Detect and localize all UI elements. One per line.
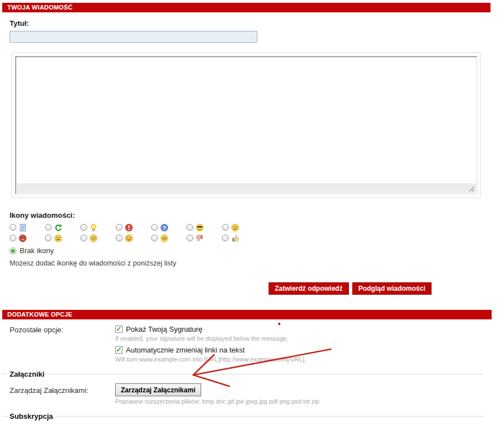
radio-smile[interactable]: [222, 224, 229, 231]
biggrin-icon: [160, 234, 169, 242]
radio-post[interactable]: [10, 224, 16, 231]
question-icon: ?: [160, 223, 169, 232]
manage-attachments-label: Zarządzaj Załącznikami:: [10, 383, 115, 405]
attachments-extensions-hint: Poprawne rozszerzenia plików: bmp doc gi…: [115, 398, 319, 405]
manage-attachments-button[interactable]: Zarządzaj Załącznikami: [115, 383, 201, 396]
signature-option[interactable]: Pokaż Twoją Sygnaturę: [115, 325, 306, 333]
radio-thumbs-down[interactable]: [187, 235, 193, 241]
icon-option-redface[interactable]: [116, 234, 151, 242]
smile-icon: [231, 223, 239, 232]
autolink-option[interactable]: Automatycznie zmieniaj linki na tekst: [115, 346, 306, 354]
additional-options-header: DODATKOWE OPCJE: [2, 310, 492, 319]
attachments-legend: Załączniki: [7, 370, 47, 378]
no-icon-option[interactable]: Brak ikony: [10, 246, 504, 255]
mad-icon: [19, 234, 27, 242]
icon-option-mad[interactable]: [10, 234, 45, 242]
radio-idea[interactable]: [80, 224, 87, 231]
signature-checkbox[interactable]: [115, 326, 122, 333]
icon-option-cool[interactable]: [187, 223, 222, 232]
radio-cool[interactable]: [187, 224, 193, 231]
icon-option-smile[interactable]: [222, 223, 257, 232]
icon-option-laugh[interactable]: [80, 234, 116, 242]
message-editor-frame: [11, 52, 481, 198]
textarea-scroll-strip: [17, 184, 476, 193]
icon-option-idea[interactable]: [80, 223, 116, 232]
form-actions: Zatwierdź odpowiedź Podgląd wiadomości: [0, 282, 504, 295]
thumbs-down-icon: [196, 234, 204, 242]
misc-options-controls: Pokaż Twoją Sygnaturę If enabled, your s…: [115, 325, 306, 363]
attachments-row: Zarządzaj Załącznikami: Zarządzaj Załącz…: [10, 383, 504, 405]
radio-redface[interactable]: [116, 235, 122, 241]
icon-option-question[interactable]: ?: [151, 223, 187, 232]
attachments-divider: Załączniki: [2, 374, 483, 374]
svg-text:?: ?: [163, 225, 166, 231]
post-icon: [19, 223, 27, 232]
subscription-legend: Subskrypcja: [7, 412, 56, 420]
radio-thumbs-up[interactable]: [222, 235, 229, 241]
lightbulb-icon: [89, 223, 98, 232]
icon-option-redo[interactable]: [45, 223, 80, 232]
redo-arrow-icon: [54, 223, 62, 232]
icon-option-exclamation[interactable]: [116, 223, 151, 232]
radio-frown[interactable]: [45, 235, 52, 241]
frown-icon: [54, 234, 62, 242]
message-textarea[interactable]: [15, 56, 477, 194]
message-icons-label: Ikony wiadomości:: [10, 211, 504, 219]
radio-redo[interactable]: [45, 224, 52, 231]
autolink-hint: Will turn www.example.com into [URL]http…: [115, 356, 306, 363]
icon-option-post[interactable]: [10, 223, 45, 232]
thumbs-up-icon: [231, 234, 239, 242]
signature-label: Pokaż Twoją Sygnaturę: [126, 325, 202, 333]
message-icon-grid: ?: [10, 223, 504, 242]
misc-options-row: Pozostałe opcje: Pokaż Twoją Sygnaturę I…: [10, 325, 504, 363]
radio-question[interactable]: [151, 224, 158, 231]
title-input[interactable]: [10, 31, 257, 43]
exclamation-icon: [125, 223, 133, 232]
resize-grip-icon[interactable]: [468, 185, 474, 191]
icon-option-thumbs-down[interactable]: [187, 234, 222, 242]
icons-hint-text: Możesz dodać ikonkę do wiadomości z poni…: [10, 259, 504, 267]
icon-option-frown[interactable]: [45, 234, 80, 242]
redface-icon: [125, 234, 133, 242]
autolink-checkbox[interactable]: [115, 346, 122, 354]
no-icon-label: Brak ikony: [20, 246, 54, 255]
misc-options-label: Pozostałe opcje:: [10, 325, 115, 363]
cool-icon: [196, 223, 204, 232]
title-label: Tytuł:: [10, 19, 504, 28]
submit-reply-button[interactable]: Zatwierdź odpowiedź: [269, 282, 349, 295]
icon-option-thumbs-up[interactable]: [222, 234, 257, 242]
radio-laugh[interactable]: [80, 235, 87, 241]
radio-exclamation[interactable]: [116, 224, 122, 231]
radio-biggrin[interactable]: [151, 235, 158, 241]
laugh-icon: [89, 234, 98, 242]
preview-message-button[interactable]: Podgląd wiadomości: [352, 282, 432, 295]
your-message-header: TWOJA WIADOMOŚĆ: [2, 3, 491, 12]
signature-hint: If enabled, your signature will be displ…: [115, 335, 306, 342]
radio-mad[interactable]: [10, 235, 16, 241]
icon-option-biggrin[interactable]: [151, 234, 187, 242]
subscription-divider: Subskrypcja: [2, 416, 483, 417]
autolink-label: Automatycznie zmieniaj linki na tekst: [126, 346, 245, 354]
radio-no-icon[interactable]: [10, 248, 16, 254]
